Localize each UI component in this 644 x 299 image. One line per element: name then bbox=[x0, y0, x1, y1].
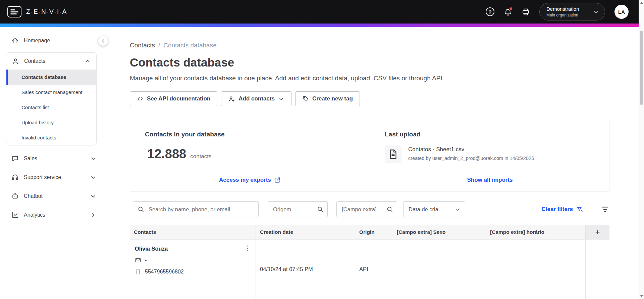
file-box bbox=[385, 145, 401, 163]
search-icon bbox=[386, 206, 393, 213]
chevron-left-icon bbox=[100, 38, 106, 44]
contact-phone-line: 5547965596802 bbox=[135, 268, 252, 275]
add-column-cell bbox=[585, 240, 609, 299]
chevron-down-icon bbox=[278, 96, 284, 102]
campo-extra-horario-cell bbox=[486, 240, 585, 299]
sidebar-item-homepage[interactable]: Homepage bbox=[0, 33, 103, 48]
column-header-origin: Origin bbox=[355, 225, 393, 239]
sidebar-item-upload-history[interactable]: Upload history bbox=[6, 115, 96, 130]
print-button[interactable] bbox=[522, 8, 530, 16]
api-icon bbox=[137, 95, 144, 102]
campo-extra-sexo-cell bbox=[393, 240, 486, 299]
sidebar-collapse-button[interactable] bbox=[98, 36, 108, 46]
origin-cell: API bbox=[355, 240, 393, 299]
contact-email-line: - bbox=[135, 257, 252, 263]
filter-menu-icon bbox=[601, 205, 609, 214]
zenvia-logo[interactable]: Z·E·N·V·I·A bbox=[7, 6, 67, 17]
sidebar-item-contacts[interactable]: Contacts bbox=[6, 53, 96, 70]
button-label: Add contacts bbox=[238, 95, 275, 102]
tag-icon bbox=[302, 95, 309, 102]
sidebar-item-analytics[interactable]: Analytics bbox=[0, 207, 103, 223]
link-label: Clear filters bbox=[541, 206, 573, 213]
notifications-button[interactable] bbox=[504, 8, 512, 16]
sidebar-item-label: Support service bbox=[24, 174, 61, 180]
chevron-down-icon bbox=[454, 206, 461, 213]
contacts-count-card: Contacts in your database 12.888 contact… bbox=[130, 119, 370, 191]
add-contacts-button[interactable]: Add contacts bbox=[221, 91, 291, 106]
chevron-down-icon bbox=[90, 155, 97, 162]
creation-date-cell: 04/10/24 at 07:45 PM bbox=[256, 240, 355, 299]
sidebar-item-sales-contact-management[interactable]: Sales contact management bbox=[6, 85, 96, 100]
sidebar-item-invalid-contacts[interactable]: Invalid contacts bbox=[6, 130, 96, 145]
sidebar-item-sales[interactable]: Sales bbox=[0, 151, 103, 166]
scrollbar-up-button[interactable] bbox=[639, 0, 644, 5]
clear-filters-link[interactable]: Clear filters bbox=[541, 206, 583, 213]
sidebar-item-contacts-database[interactable]: Contacts database bbox=[6, 70, 96, 85]
page-title: Contacts database bbox=[130, 56, 609, 69]
page-subtitle: Manage all of your contacts database in … bbox=[130, 75, 609, 82]
contacts-count-unit: contacts bbox=[190, 153, 211, 160]
clear-filter-icon bbox=[576, 206, 583, 213]
scrollbar-down-button[interactable] bbox=[639, 294, 644, 299]
zenvia-logo-icon bbox=[7, 6, 21, 17]
breadcrumb-separator: / bbox=[158, 42, 160, 49]
email-icon bbox=[135, 257, 141, 263]
button-label: Create new tag bbox=[312, 95, 353, 102]
row-menu-button[interactable]: ⋮ bbox=[241, 244, 254, 253]
contact-phone: 5547965596802 bbox=[145, 269, 184, 275]
scrollbar[interactable] bbox=[639, 0, 644, 299]
creation-date-filter-label: Data de cria... bbox=[409, 206, 443, 213]
search-input[interactable] bbox=[133, 201, 259, 217]
file-name: Contatos - Sheet1.csv bbox=[408, 146, 534, 153]
sidebar-subitem-label: Upload history bbox=[21, 120, 54, 125]
organization-name: Demonstration bbox=[546, 6, 587, 12]
show-all-imports-link[interactable]: Show all imports bbox=[370, 177, 610, 183]
chevron-down-icon bbox=[90, 193, 97, 200]
sidebar-item-label: Sales bbox=[24, 156, 37, 162]
create-new-tag-button[interactable]: Create new tag bbox=[295, 91, 360, 106]
support-icon bbox=[11, 174, 19, 181]
add-column-button[interactable]: + bbox=[585, 225, 609, 239]
main-content: Contacts / Contacts database Contacts da… bbox=[103, 27, 639, 299]
extra-field-filter-wrap bbox=[336, 201, 397, 217]
brand-text: Z·E·N·V·I·A bbox=[26, 8, 67, 15]
access-my-exports-link[interactable]: Access my exports bbox=[130, 177, 370, 183]
help-button[interactable]: ? bbox=[486, 7, 494, 16]
sidebar-item-label: Homepage bbox=[24, 38, 50, 44]
column-header-campo-extra-sexo: [Campo extra] Sexo bbox=[393, 225, 486, 239]
organization-selector[interactable]: Demonstration Main organization bbox=[539, 3, 605, 20]
sidebar-item-label: Chatbot bbox=[24, 193, 43, 199]
sidebar-item-support-service[interactable]: Support service bbox=[0, 170, 103, 185]
see-api-documentation-button[interactable]: See API documentation bbox=[130, 91, 217, 106]
sidebar-subitem-label: Contacts list bbox=[21, 104, 49, 110]
analytics-icon bbox=[11, 211, 19, 219]
chevron-down-icon bbox=[593, 8, 599, 15]
contact-name-link[interactable]: Olivia Souza bbox=[135, 246, 168, 252]
sidebar-item-label: Contacts bbox=[24, 58, 45, 64]
contact-cell: Olivia Souza ⋮ - 5547965596802 bbox=[130, 240, 256, 299]
breadcrumb-current: Contacts database bbox=[163, 42, 216, 49]
filter-menu-button[interactable] bbox=[601, 205, 609, 214]
file-icon bbox=[387, 148, 399, 160]
search-field-wrap bbox=[133, 201, 259, 217]
card-title: Contacts in your database bbox=[145, 131, 355, 138]
link-label: Access my exports bbox=[219, 177, 271, 183]
button-label: See API documentation bbox=[147, 95, 210, 102]
notification-dot bbox=[509, 7, 513, 11]
organization-info: Demonstration Main organization bbox=[546, 6, 587, 17]
brand-gradient-bar bbox=[0, 24, 639, 27]
sales-icon bbox=[11, 155, 19, 162]
link-label: Show all imports bbox=[467, 177, 513, 183]
avatar-initials: LA bbox=[618, 9, 625, 15]
summary-cards: Contacts in your database 12.888 contact… bbox=[130, 119, 609, 192]
avatar[interactable]: LA bbox=[614, 5, 629, 19]
sidebar-item-contacts-list[interactable]: Contacts list bbox=[6, 100, 96, 115]
scrollbar-thumb[interactable] bbox=[640, 31, 643, 105]
last-upload-card: Last upload Contatos - Sheet1.csv create… bbox=[370, 119, 610, 191]
creation-date-filter[interactable]: Data de cria... bbox=[403, 201, 465, 217]
contacts-count: 12.888 contacts bbox=[147, 147, 355, 161]
search-icon bbox=[317, 206, 324, 213]
sidebar-item-chatbot[interactable]: Chatbot bbox=[0, 188, 103, 204]
breadcrumb-contacts[interactable]: Contacts bbox=[130, 42, 155, 49]
file-details: Contatos - Sheet1.csv created by user_ad… bbox=[408, 145, 534, 161]
